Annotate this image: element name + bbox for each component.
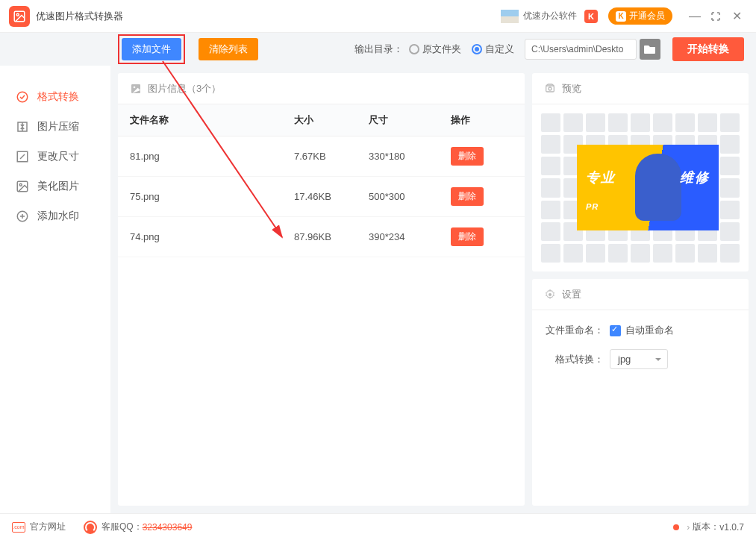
- preview-header: 预览: [532, 73, 749, 104]
- radio-original-label: 原文件夹: [422, 43, 461, 56]
- table-row[interactable]: 75.png 17.46KB 500*300 删除: [118, 177, 525, 217]
- website-label: 官方网址: [30, 521, 66, 533]
- svg-point-6: [19, 183, 22, 186]
- col-dim-header: 尺寸: [369, 113, 451, 127]
- settings-title: 设置: [562, 288, 581, 301]
- title-bar: 优速图片格式转换器 优速办公软件 K K 开通会员 — ✕: [0, 0, 756, 33]
- file-list-header: 图片信息（3个）: [118, 73, 525, 104]
- minimize-button[interactable]: —: [684, 6, 705, 27]
- table-header: 文件名称 大小 尺寸 操作: [118, 104, 525, 136]
- sidebar-item-label: 格式转换: [37, 90, 79, 104]
- setting-format-row: 格式转换： jpg: [544, 349, 737, 369]
- preview-image: 专业 维修 PR: [577, 145, 719, 230]
- maximize-button[interactable]: [705, 6, 726, 27]
- file-list-title: 图片信息（3个）: [148, 82, 221, 95]
- sidebar: 格式转换 图片压缩 更改尺寸 美化图片 添加水印: [0, 66, 110, 513]
- resize-icon: [15, 149, 30, 164]
- table-row[interactable]: 74.png 87.96KB 390*234 删除: [118, 217, 525, 257]
- highlight-annotation: 添加文件: [118, 34, 185, 64]
- watermark-icon: [15, 209, 30, 224]
- delete-button[interactable]: 删除: [451, 187, 484, 206]
- website-icon: .com: [12, 522, 25, 533]
- format-select[interactable]: jpg: [610, 349, 668, 369]
- radio-icon: [409, 44, 419, 54]
- cell-size: 7.67KB: [294, 151, 369, 162]
- vip-label: 开通会员: [629, 10, 665, 22]
- radio-icon: [472, 44, 482, 54]
- vip-button[interactable]: K 开通会员: [608, 7, 672, 25]
- file-list-panel: 图片信息（3个） 文件名称 大小 尺寸 操作 81.png 7.67KB 330…: [118, 73, 525, 506]
- cell-dim: 390*234: [369, 231, 451, 242]
- beautify-icon: [15, 179, 30, 194]
- output-dir-label: 输出目录：: [354, 43, 403, 56]
- preview-area: 专业 维修 PR: [541, 113, 740, 263]
- radio-custom-label: 自定义: [485, 43, 514, 56]
- preview-panel: 预览 专业: [532, 73, 749, 271]
- svg-point-12: [549, 293, 552, 296]
- app-title: 优速图片格式转换器: [36, 10, 123, 23]
- version-value: v1.0.7: [719, 522, 744, 533]
- sidebar-item-beautify[interactable]: 美化图片: [0, 172, 110, 201]
- svg-rect-11: [546, 86, 554, 92]
- sidebar-item-compress[interactable]: 图片压缩: [0, 112, 110, 142]
- cell-name: 81.png: [130, 151, 294, 162]
- settings-panel: 设置 文件重命名： 自动重命名 格式转换： jpg: [532, 279, 749, 506]
- status-dot-icon: [673, 524, 679, 530]
- sidebar-item-watermark[interactable]: 添加水印: [0, 201, 110, 231]
- brand-badge-icon: K: [584, 10, 598, 23]
- col-name-header: 文件名称: [130, 113, 294, 127]
- cell-name: 75.png: [130, 191, 294, 202]
- delete-button[interactable]: 删除: [451, 227, 484, 246]
- sidebar-item-resize[interactable]: 更改尺寸: [0, 142, 110, 172]
- table-row[interactable]: 81.png 7.67KB 330*180 删除: [118, 136, 525, 177]
- start-convert-button[interactable]: 开始转换: [672, 37, 744, 61]
- chevron-right-icon: ›: [687, 522, 690, 533]
- svg-point-2: [17, 92, 28, 102]
- radio-custom-folder[interactable]: 自定义: [472, 43, 514, 56]
- right-panel: 预览 专业: [532, 73, 749, 506]
- qq-label: 客服QQ：: [101, 521, 143, 533]
- clear-list-button[interactable]: 清除列表: [199, 38, 258, 60]
- convert-icon: [15, 90, 30, 104]
- svg-point-9: [134, 86, 136, 88]
- format-label: 格式转换：: [544, 353, 604, 366]
- app-logo-icon: [9, 6, 30, 27]
- sidebar-item-label: 添加水印: [37, 210, 79, 223]
- setting-rename-row: 文件重命名： 自动重命名: [544, 324, 737, 337]
- brand-thumb-icon: [501, 10, 519, 23]
- sidebar-item-label: 图片压缩: [37, 120, 79, 134]
- col-size-header: 大小: [294, 113, 369, 127]
- add-file-button[interactable]: 添加文件: [122, 38, 181, 60]
- rename-label: 文件重命名：: [544, 324, 604, 337]
- settings-header: 设置: [532, 279, 749, 310]
- toolbar: 添加文件 清除列表 输出目录： 原文件夹 自定义 开始转换: [0, 33, 756, 66]
- official-site-link[interactable]: .com 官方网址: [12, 521, 66, 533]
- cell-dim: 330*180: [369, 151, 451, 162]
- close-button[interactable]: ✕: [726, 6, 747, 27]
- sidebar-item-label: 更改尺寸: [37, 150, 79, 163]
- content-area: 图片信息（3个） 文件名称 大小 尺寸 操作 81.png 7.67KB 330…: [110, 66, 756, 513]
- footer: .com 官方网址 客服QQ： 3234303649 › 版本： v1.0.7: [0, 513, 756, 540]
- radio-original-folder[interactable]: 原文件夹: [409, 43, 461, 56]
- main-area: 格式转换 图片压缩 更改尺寸 美化图片 添加水印 图片信息（3个） 文件名称: [0, 66, 756, 513]
- brand-name[interactable]: 优速办公软件: [523, 10, 577, 22]
- col-action-header: 操作: [451, 113, 496, 127]
- cell-size: 17.46KB: [294, 191, 369, 202]
- rename-checkbox[interactable]: [610, 325, 621, 336]
- svg-point-10: [549, 87, 552, 90]
- compress-icon: [15, 119, 30, 134]
- vip-icon: K: [616, 11, 626, 22]
- cell-size: 87.96KB: [294, 231, 369, 242]
- rename-checkbox-label[interactable]: 自动重命名: [625, 324, 674, 337]
- sidebar-item-label: 美化图片: [37, 180, 79, 193]
- qq-number: 3234303649: [143, 522, 193, 533]
- support-qq-link[interactable]: 客服QQ： 3234303649: [84, 521, 192, 534]
- sidebar-item-format-convert[interactable]: 格式转换: [0, 82, 110, 112]
- browse-folder-button[interactable]: [640, 39, 660, 60]
- cell-name: 74.png: [130, 231, 294, 242]
- preview-title: 预览: [562, 82, 581, 95]
- output-path-input[interactable]: [525, 39, 637, 60]
- cell-dim: 500*300: [369, 191, 451, 202]
- delete-button[interactable]: 删除: [451, 147, 484, 166]
- version-label: 版本：: [693, 521, 719, 533]
